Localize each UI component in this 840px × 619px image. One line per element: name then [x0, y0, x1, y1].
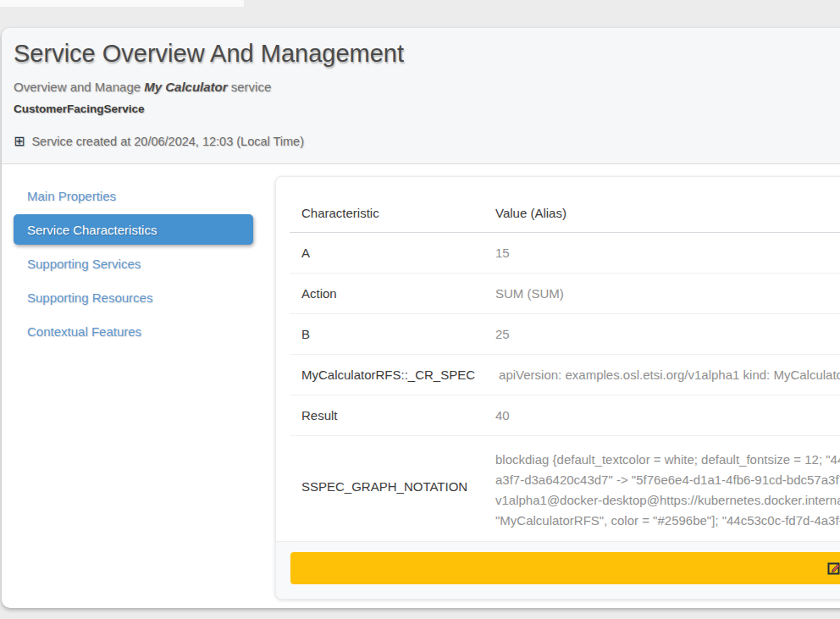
table-row: Result 40 — [290, 395, 840, 436]
characteristics-table: Characteristic Value (Alias) A 15 Action… — [290, 185, 840, 536]
column-header-characteristic: Characteristic — [290, 185, 484, 232]
column-header-value-alias: Value (Alias) — [484, 185, 840, 232]
table-row: Action SUM (SUM) — [290, 274, 840, 314]
characteristic-name: SSPEC_GRAPH_NOTATION — [290, 467, 484, 506]
service-name: My Calculator — [144, 80, 227, 94]
characteristic-value: blockdiag {default_textcolor = white; de… — [484, 436, 840, 536]
characteristic-name: MyCalculatorRFS::_CR_SPEC — [290, 355, 487, 395]
characteristic-value: 40 — [484, 395, 840, 435]
page-subtitle: Overview and Manage My Calculator servic… — [14, 80, 271, 94]
page-title: Service Overview And Management — [14, 40, 404, 68]
service-type-label: CustomerFacingService — [14, 102, 145, 115]
panel-footer — [276, 541, 840, 599]
top-edge-highlight — [0, 0, 244, 7]
update-characteristics-button[interactable] — [290, 552, 840, 584]
main-card: Service Overview And Management Overview… — [2, 28, 840, 608]
characteristics-panel: Characteristic Value (Alias) A 15 Action… — [275, 176, 840, 600]
characteristic-value: SUM (SUM) — [484, 274, 840, 313]
subtitle-suffix: service — [228, 80, 272, 94]
characteristic-name: B — [290, 314, 484, 354]
characteristic-value: 15 — [484, 233, 840, 273]
characteristic-name: Result — [290, 395, 484, 435]
table-row: B 25 — [290, 314, 840, 355]
sidebar-item-supporting-resources[interactable]: Supporting Resources — [14, 282, 253, 312]
service-created-line: ⊞ Service created at 20/06/2024, 12:03 (… — [14, 135, 304, 148]
table-header-row: Characteristic Value (Alias) — [290, 185, 840, 233]
edit-icon — [827, 561, 840, 575]
card-header: Service Overview And Management Overview… — [2, 28, 840, 164]
graph-notation-line: blockdiag {default_textcolor = white; de… — [495, 450, 840, 470]
page: Service Overview And Management Overview… — [0, 0, 840, 619]
sidebar-item-supporting-services[interactable]: Supporting Services — [14, 248, 253, 279]
graph-notation-line: "MyCalculatorRFS", color = "#2596be"]; "… — [495, 511, 840, 531]
table-row: MyCalculatorRFS::_CR_SPEC apiVersion: ex… — [290, 355, 840, 395]
graph-notation-line: v1alpha1@docker-desktop@https://kubernet… — [495, 490, 840, 511]
plus-square-icon[interactable]: ⊞ — [14, 135, 25, 148]
table-row: A 15 — [290, 233, 840, 274]
table-row: SSPEC_GRAPH_NOTATION blockdiag {default_… — [290, 436, 840, 536]
sidebar-item-contextual-features[interactable]: Contextual Features — [14, 316, 253, 346]
characteristic-value: apiVersion: examples.osl.etsi.org/v1alph… — [487, 355, 840, 395]
sidebar-nav: Main Properties Service Characteristics … — [14, 180, 253, 350]
graph-notation-line: a3f7-d3a6420c43d7" -> "5f76e6e4-d1a1-4fb… — [495, 470, 840, 490]
subtitle-prefix: Overview and Manage — [14, 80, 144, 94]
characteristic-name: A — [290, 233, 484, 273]
sidebar-item-service-characteristics[interactable]: Service Characteristics — [14, 214, 253, 245]
service-created-text: Service created at 20/06/2024, 12:03 (Lo… — [31, 135, 304, 148]
characteristic-name: Action — [290, 274, 484, 313]
characteristic-value: 25 — [484, 314, 840, 354]
sidebar-item-main-properties[interactable]: Main Properties — [14, 180, 253, 211]
